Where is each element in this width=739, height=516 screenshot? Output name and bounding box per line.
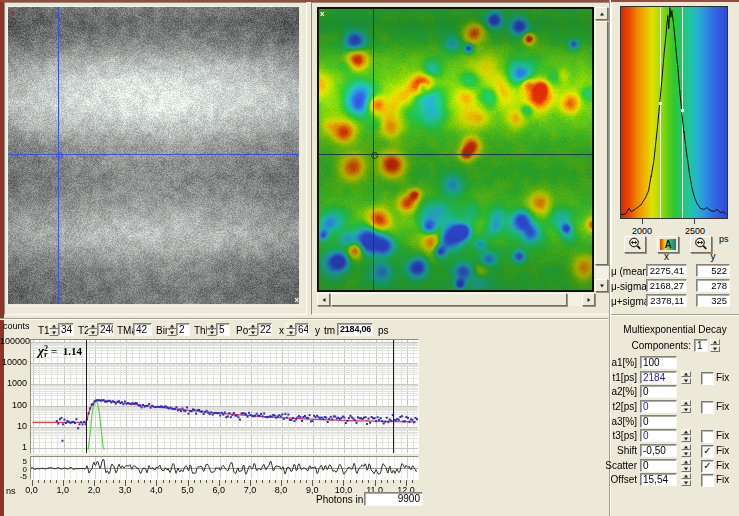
up-arrow-icon <box>170 325 174 328</box>
up-arrow-icon <box>91 325 95 328</box>
lifetime-crosshair-h[interactable] <box>319 154 592 155</box>
fit-row-field[interactable]: 0 <box>640 385 677 398</box>
fit-row-spinner[interactable] <box>681 473 691 486</box>
lifetime-histogram[interactable] <box>620 4 728 224</box>
fit-row-label: a2[%] <box>596 386 637 398</box>
spin-down-button[interactable] <box>681 407 691 413</box>
fit-row-label: a3[%] <box>596 416 637 428</box>
spin-down-button[interactable] <box>681 378 691 384</box>
intensity-image[interactable] <box>8 7 299 304</box>
lifetime-vscrollbar[interactable] <box>595 7 608 292</box>
fit-row-label: Offset <box>596 474 637 486</box>
fit-row-field[interactable]: 2184 <box>640 371 677 384</box>
stats-x-field: 2275,41 <box>646 264 687 277</box>
down-arrow-icon <box>684 482 688 485</box>
toolbar-field-thld[interactable]: 5 <box>216 323 230 336</box>
photons-label: Photons in <box>316 494 363 506</box>
up-arrow-icon <box>289 325 293 328</box>
down-arrow-icon <box>91 332 95 335</box>
toolbar-field-tmax[interactable]: 42 <box>133 323 152 336</box>
stats-y-field: 278 <box>696 279 730 292</box>
flim-analysis-window: x x x 20002500 ps A x <box>0 0 739 516</box>
up-arrow-icon <box>684 431 688 434</box>
fix-checkbox[interactable]: ✓ <box>701 460 714 473</box>
fix-checkbox[interactable] <box>701 430 714 443</box>
components-spinner[interactable] <box>710 339 720 352</box>
fit-row-spinner[interactable] <box>681 371 691 384</box>
spin-up-button[interactable] <box>681 444 691 450</box>
lifetime-image[interactable] <box>319 9 592 290</box>
up-arrow-icon <box>684 373 688 376</box>
toolbar-field-pos[interactable]: 22 <box>257 323 272 336</box>
down-arrow-icon <box>210 332 214 335</box>
fit-parameter-row: t2[ps]0Fix <box>0 400 739 414</box>
fix-label: Fix <box>716 474 729 486</box>
lifetime-image-frame: x <box>317 7 594 292</box>
vscroll-thumb[interactable] <box>595 21 608 265</box>
intensity-crosshair-h[interactable] <box>8 154 299 155</box>
fit-row-label: Shift <box>596 445 637 457</box>
spin-down-button[interactable] <box>710 346 720 352</box>
stats-row: μ+sigma2378,11325 <box>0 294 739 308</box>
fit-row-label: Scatter <box>596 460 637 472</box>
fit-row-field[interactable]: 0 <box>640 429 677 442</box>
scroll-up-button[interactable] <box>595 7 608 20</box>
decay-toolbar: T1:34T2:240TMax:42Bin:2Thld:5Pos:22x64yt… <box>0 322 608 339</box>
fit-row-field[interactable]: 15,54 <box>640 473 677 486</box>
fix-label: Fix <box>716 445 729 457</box>
components-field[interactable]: 1 <box>694 339 708 352</box>
fit-row-spinner[interactable] <box>681 444 691 457</box>
stats-row-label: μ+sigma <box>611 296 649 308</box>
fit-row-spinner[interactable] <box>681 429 691 442</box>
fit-row-spinner[interactable] <box>681 459 691 472</box>
histogram-zoom-out-button[interactable] <box>624 236 646 253</box>
fix-checkbox[interactable] <box>701 474 714 487</box>
lifetime-crosshair-center[interactable] <box>371 152 378 159</box>
fit-parameter-row: t1[ps]2184Fix <box>0 371 739 385</box>
spin-up-button[interactable] <box>681 459 691 465</box>
photons-field[interactable]: 9900 <box>364 492 423 506</box>
up-arrow-icon <box>210 325 214 328</box>
intensity-crosshair-center[interactable] <box>56 152 63 159</box>
spin-up-button[interactable] <box>681 371 691 377</box>
down-arrow-icon <box>170 332 174 335</box>
tm-field[interactable]: 2184,06 <box>337 323 373 336</box>
toolbar-field-t1[interactable]: 34 <box>58 323 74 336</box>
spin-down-button[interactable] <box>681 436 691 442</box>
toolbar-field-t2[interactable]: 240 <box>97 323 114 336</box>
toolbar-field-x[interactable]: 64 <box>295 323 309 336</box>
fix-checkbox[interactable] <box>701 372 714 385</box>
down-arrow-icon <box>684 409 688 412</box>
fit-panel-title: Multiexponential Decay <box>611 324 739 336</box>
lifetime-crosshair-v[interactable] <box>373 9 374 290</box>
stats-y-field: 522 <box>696 264 730 277</box>
lifetime-corner-marker-tl: x <box>320 10 324 18</box>
fit-row-field[interactable]: 0 <box>640 400 677 413</box>
intensity-corner-marker-tl: x <box>10 9 14 17</box>
spin-up-button[interactable] <box>681 400 691 406</box>
stats-row-label: μ-sigma <box>611 281 647 293</box>
down-arrow-icon <box>52 332 56 335</box>
fix-label: Fix <box>716 430 729 442</box>
spin-down-button[interactable] <box>681 466 691 472</box>
stats-column-header-y: y <box>696 251 730 263</box>
toolbar-field-suffix: y <box>315 325 320 337</box>
fit-row-spinner[interactable] <box>681 400 691 413</box>
spin-up-button[interactable] <box>681 429 691 435</box>
toolbar-field-bin[interactable]: 2 <box>176 323 190 336</box>
spin-down-button[interactable] <box>681 480 691 486</box>
spin-down-button[interactable] <box>681 451 691 457</box>
fit-row-field[interactable]: -0,50 <box>640 444 677 457</box>
spin-up-button[interactable] <box>681 473 691 479</box>
fix-checkbox[interactable]: ✓ <box>701 445 714 458</box>
fit-parameter-row: Shift-0,50✓Fix <box>0 444 739 458</box>
up-arrow-icon <box>684 475 688 478</box>
fit-row-field[interactable]: 100 <box>640 356 677 369</box>
fix-label: Fix <box>716 372 729 384</box>
fix-checkbox[interactable] <box>701 401 714 414</box>
components-label: Components: <box>600 340 691 352</box>
fit-row-field[interactable]: 0 <box>640 415 677 428</box>
spin-up-button[interactable] <box>710 339 720 345</box>
fit-row-field[interactable]: 0 <box>640 459 677 472</box>
fit-parameter-row: Scatter0✓Fix <box>0 459 739 473</box>
